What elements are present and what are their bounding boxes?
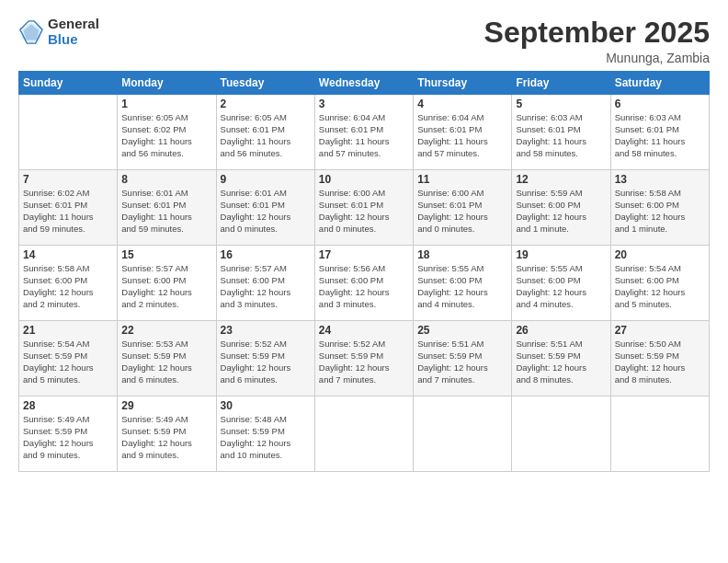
day-number: 2 xyxy=(221,98,311,110)
page: General Blue September 2025 Mununga, Zam… xyxy=(0,0,728,563)
day-info: Sunrise: 5:59 AM Sunset: 6:00 PM Dayligh… xyxy=(516,188,606,235)
calendar-cell: 8Sunrise: 6:01 AM Sunset: 6:01 PM Daylig… xyxy=(118,170,216,246)
day-info: Sunrise: 6:05 AM Sunset: 6:02 PM Dayligh… xyxy=(121,112,211,159)
day-number: 28 xyxy=(23,399,113,412)
calendar-cell: 23Sunrise: 5:52 AM Sunset: 5:59 PM Dayli… xyxy=(216,321,314,396)
day-number: 19 xyxy=(516,248,606,261)
day-number: 5 xyxy=(516,98,606,110)
calendar-cell: 3Sunrise: 6:04 AM Sunset: 6:01 PM Daylig… xyxy=(314,95,413,170)
calendar-cell xyxy=(610,396,709,472)
header-friday: Friday xyxy=(512,72,610,95)
day-number: 30 xyxy=(221,399,311,412)
calendar-cell: 11Sunrise: 6:00 AM Sunset: 6:01 PM Dayli… xyxy=(414,170,512,246)
day-number: 4 xyxy=(417,98,507,110)
header-thursday: Thursday xyxy=(414,72,512,95)
calendar-cell: 17Sunrise: 5:56 AM Sunset: 6:00 PM Dayli… xyxy=(314,246,413,321)
day-info: Sunrise: 6:01 AM Sunset: 6:01 PM Dayligh… xyxy=(121,188,211,235)
header-saturday: Saturday xyxy=(610,72,709,95)
day-info: Sunrise: 5:52 AM Sunset: 5:59 PM Dayligh… xyxy=(319,339,409,385)
logo-blue-text: Blue xyxy=(48,32,99,48)
header-tuesday: Tuesday xyxy=(216,72,314,95)
header-monday: Monday xyxy=(118,72,216,95)
day-number: 21 xyxy=(23,324,113,337)
calendar-cell: 30Sunrise: 5:48 AM Sunset: 5:59 PM Dayli… xyxy=(216,396,314,472)
day-number: 14 xyxy=(23,248,113,261)
day-number: 24 xyxy=(319,324,409,337)
day-number: 15 xyxy=(121,248,211,261)
day-info: Sunrise: 5:54 AM Sunset: 5:59 PM Dayligh… xyxy=(23,339,113,385)
calendar-cell: 16Sunrise: 5:57 AM Sunset: 6:00 PM Dayli… xyxy=(216,246,314,321)
calendar-cell: 6Sunrise: 6:03 AM Sunset: 6:01 PM Daylig… xyxy=(610,95,709,170)
day-info: Sunrise: 5:55 AM Sunset: 6:00 PM Dayligh… xyxy=(516,263,606,310)
calendar-cell: 25Sunrise: 5:51 AM Sunset: 5:59 PM Dayli… xyxy=(414,321,512,396)
calendar-cell: 7Sunrise: 6:02 AM Sunset: 6:01 PM Daylig… xyxy=(19,170,118,246)
day-info: Sunrise: 5:58 AM Sunset: 6:00 PM Dayligh… xyxy=(615,188,705,235)
header-sunday: Sunday xyxy=(19,72,118,95)
week-row-0: 1Sunrise: 6:05 AM Sunset: 6:02 PM Daylig… xyxy=(19,95,710,170)
day-number: 29 xyxy=(121,399,211,412)
calendar-cell: 15Sunrise: 5:57 AM Sunset: 6:00 PM Dayli… xyxy=(118,246,216,321)
calendar-cell: 4Sunrise: 6:04 AM Sunset: 6:01 PM Daylig… xyxy=(414,95,512,170)
calendar-cell: 28Sunrise: 5:49 AM Sunset: 5:59 PM Dayli… xyxy=(19,396,118,472)
header-wednesday: Wednesday xyxy=(314,72,413,95)
day-info: Sunrise: 6:01 AM Sunset: 6:01 PM Dayligh… xyxy=(221,188,311,235)
calendar-cell: 21Sunrise: 5:54 AM Sunset: 5:59 PM Dayli… xyxy=(19,321,118,396)
day-number: 16 xyxy=(221,248,311,261)
day-number: 9 xyxy=(221,173,311,186)
day-number: 6 xyxy=(615,98,705,110)
day-number: 25 xyxy=(417,324,507,337)
calendar-cell: 1Sunrise: 6:05 AM Sunset: 6:02 PM Daylig… xyxy=(118,95,216,170)
calendar-cell: 9Sunrise: 6:01 AM Sunset: 6:01 PM Daylig… xyxy=(216,170,314,246)
day-number: 11 xyxy=(417,173,507,186)
day-number: 7 xyxy=(23,173,113,186)
day-info: Sunrise: 6:02 AM Sunset: 6:01 PM Dayligh… xyxy=(23,188,113,235)
day-info: Sunrise: 5:48 AM Sunset: 5:59 PM Dayligh… xyxy=(221,414,311,461)
day-number: 20 xyxy=(615,248,705,261)
day-number: 26 xyxy=(516,324,606,337)
calendar-cell xyxy=(414,396,512,472)
day-info: Sunrise: 6:00 AM Sunset: 6:01 PM Dayligh… xyxy=(417,188,507,235)
week-row-2: 14Sunrise: 5:58 AM Sunset: 6:00 PM Dayli… xyxy=(19,246,710,321)
day-number: 23 xyxy=(221,324,311,337)
subtitle: Mununga, Zambia xyxy=(484,51,710,65)
day-info: Sunrise: 5:54 AM Sunset: 6:00 PM Dayligh… xyxy=(615,263,705,310)
header: General Blue September 2025 Mununga, Zam… xyxy=(18,17,710,65)
calendar-cell: 26Sunrise: 5:51 AM Sunset: 5:59 PM Dayli… xyxy=(512,321,610,396)
calendar-table: Sunday Monday Tuesday Wednesday Thursday… xyxy=(18,71,710,472)
calendar-cell xyxy=(314,396,413,472)
day-info: Sunrise: 5:51 AM Sunset: 5:59 PM Dayligh… xyxy=(417,339,507,385)
day-number: 17 xyxy=(319,248,409,261)
calendar-cell xyxy=(19,95,118,170)
calendar-cell: 29Sunrise: 5:49 AM Sunset: 5:59 PM Dayli… xyxy=(118,396,216,472)
calendar-cell: 2Sunrise: 6:05 AM Sunset: 6:01 PM Daylig… xyxy=(216,95,314,170)
calendar-cell: 24Sunrise: 5:52 AM Sunset: 5:59 PM Dayli… xyxy=(314,321,413,396)
day-number: 3 xyxy=(319,98,409,110)
day-info: Sunrise: 5:57 AM Sunset: 6:00 PM Dayligh… xyxy=(221,263,311,310)
calendar-cell: 20Sunrise: 5:54 AM Sunset: 6:00 PM Dayli… xyxy=(610,246,709,321)
day-info: Sunrise: 5:49 AM Sunset: 5:59 PM Dayligh… xyxy=(23,414,113,461)
day-info: Sunrise: 5:50 AM Sunset: 5:59 PM Dayligh… xyxy=(615,339,705,385)
calendar-cell: 10Sunrise: 6:00 AM Sunset: 6:01 PM Dayli… xyxy=(314,170,413,246)
day-number: 8 xyxy=(121,173,211,186)
day-info: Sunrise: 6:04 AM Sunset: 6:01 PM Dayligh… xyxy=(417,112,507,159)
day-info: Sunrise: 5:51 AM Sunset: 5:59 PM Dayligh… xyxy=(516,339,606,385)
month-title: September 2025 xyxy=(484,17,710,49)
day-info: Sunrise: 6:00 AM Sunset: 6:01 PM Dayligh… xyxy=(319,188,409,235)
calendar-cell: 22Sunrise: 5:53 AM Sunset: 5:59 PM Dayli… xyxy=(118,321,216,396)
calendar-cell: 19Sunrise: 5:55 AM Sunset: 6:00 PM Dayli… xyxy=(512,246,610,321)
day-info: Sunrise: 5:58 AM Sunset: 6:00 PM Dayligh… xyxy=(23,263,113,310)
day-number: 22 xyxy=(121,324,211,337)
logo: General Blue xyxy=(18,17,99,47)
day-info: Sunrise: 6:03 AM Sunset: 6:01 PM Dayligh… xyxy=(516,112,606,159)
day-info: Sunrise: 6:05 AM Sunset: 6:01 PM Dayligh… xyxy=(221,112,311,159)
day-info: Sunrise: 6:03 AM Sunset: 6:01 PM Dayligh… xyxy=(615,112,705,159)
day-number: 12 xyxy=(516,173,606,186)
logo-general-text: General xyxy=(48,17,99,32)
day-info: Sunrise: 5:55 AM Sunset: 6:00 PM Dayligh… xyxy=(417,263,507,310)
day-number: 27 xyxy=(615,324,705,337)
day-number: 10 xyxy=(319,173,409,186)
week-row-4: 28Sunrise: 5:49 AM Sunset: 5:59 PM Dayli… xyxy=(19,396,710,472)
calendar-cell: 18Sunrise: 5:55 AM Sunset: 6:00 PM Dayli… xyxy=(414,246,512,321)
day-info: Sunrise: 5:53 AM Sunset: 5:59 PM Dayligh… xyxy=(121,339,211,385)
day-number: 13 xyxy=(615,173,705,186)
